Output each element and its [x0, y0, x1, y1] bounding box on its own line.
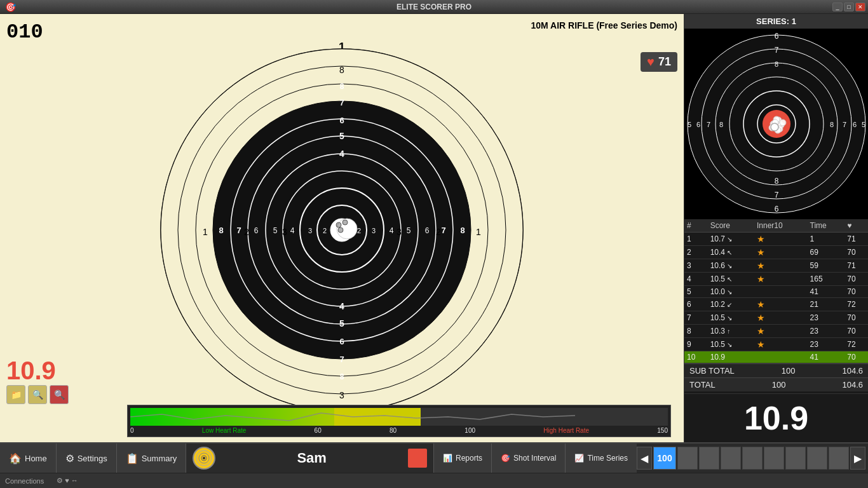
shot-interval-button[interactable]: 🎯 Shot Interval [491, 444, 565, 473]
cell-num: 4 [684, 273, 708, 286]
target-area: 010 10M AIR RIFLE (Free Series Demo) ♥ 7… [0, 14, 684, 442]
svg-text:6: 6 [775, 32, 779, 41]
nav-right-buttons: ◀ 100 ▶ [637, 447, 868, 470]
reports-button[interactable]: 📊 Reports [433, 444, 491, 473]
svg-text:8: 8 [830, 121, 834, 128]
svg-text:7: 7 [775, 46, 779, 55]
cell-num: 6 [684, 298, 708, 311]
cell-num: 9 [684, 338, 708, 351]
heartrate-bar: 0 Low Heart Rate 60 80 100 High Heart Ra… [127, 405, 671, 437]
cell-score: 10.2 ↙ [708, 298, 754, 311]
shot-interval-label: Shot Interval [513, 454, 556, 463]
svg-text:6: 6 [339, 116, 344, 125]
svg-text:8: 8 [219, 226, 223, 235]
stop-button[interactable] [408, 449, 427, 468]
svg-text:8: 8 [719, 121, 723, 128]
nav-btn-5[interactable] [764, 447, 784, 470]
score-topleft: 010 [6, 20, 43, 44]
time-series-icon: 📈 [574, 454, 584, 463]
reports-label: Reports [456, 454, 482, 463]
svg-text:6: 6 [696, 121, 700, 128]
svg-point-58 [338, 227, 343, 233]
col-heart: ♥ [844, 219, 868, 233]
nav-btn-8[interactable] [829, 447, 849, 470]
heart-icon: ♥ [647, 55, 654, 69]
nav-btn-2[interactable] [699, 447, 719, 470]
connections-label: Connections [5, 477, 44, 485]
svg-text:7: 7 [775, 191, 779, 200]
mini-target-svg: 6 7 8 8 7 6 5 6 7 8 5 6 7 8 10 [684, 29, 868, 219]
cell-inner10 [754, 351, 808, 363]
home-button[interactable]: 🏠 Home [0, 444, 57, 473]
svg-text:5: 5 [407, 226, 411, 235]
settings-button[interactable]: ⚙ Settings [57, 444, 117, 473]
nav-btn-3[interactable] [721, 447, 741, 470]
cell-score: 10.4 ↖ [708, 246, 754, 259]
cell-inner10: ★ [754, 273, 808, 286]
cell-time: 41 [808, 286, 845, 298]
hr-low-label: Low Heart Rate [202, 427, 246, 434]
cell-score: 10.3 ↑ [708, 325, 754, 338]
cell-inner10: ★ [754, 233, 808, 246]
target-icon-svg [195, 449, 213, 467]
svg-point-57 [342, 220, 348, 225]
close-button[interactable]: ✕ [855, 3, 865, 11]
cell-score: 10.7 ↘ [708, 233, 754, 246]
col-inner10: Inner10 [754, 219, 808, 233]
nav-btn-6[interactable] [785, 447, 806, 470]
cell-time: 23 [808, 311, 845, 325]
nav-btn-7[interactable] [807, 447, 827, 470]
cell-time: 21 [808, 298, 845, 311]
total-row: TOTAL 100 104.6 [684, 377, 868, 391]
nav-btn-4[interactable] [742, 447, 763, 470]
subtotal-row: SUB TOTAL 100 104.6 [684, 363, 868, 377]
zoom-out-icon-btn[interactable]: 🔍 [50, 385, 69, 404]
cell-time: 59 [808, 259, 845, 273]
svg-text:4: 4 [290, 226, 295, 235]
svg-point-95 [203, 457, 205, 459]
time-series-button[interactable]: 📈 Time Series [565, 444, 637, 473]
table-row: 8 10.3 ↑ ★ 23 70 [684, 325, 868, 338]
svg-text:6: 6 [775, 205, 779, 214]
svg-text:5: 5 [339, 131, 344, 141]
svg-text:2: 2 [357, 227, 361, 234]
cell-inner10: ★ [754, 259, 808, 273]
reports-icon: 📊 [443, 454, 452, 463]
player-name: Sam [297, 450, 326, 466]
cell-score: 10.6 ↘ [708, 259, 754, 273]
svg-text:3: 3 [372, 227, 376, 234]
target-bottom-icons: 📁 🔍 🔍 [6, 385, 69, 404]
cell-heart: 70 [844, 246, 868, 259]
summary-button[interactable]: 📋 Summary [117, 444, 187, 473]
app-icon: 🎯 [5, 2, 16, 12]
subtotal-score: 104.6 [842, 366, 863, 376]
subtotal-label: SUB TOTAL [689, 366, 735, 376]
svg-text:3: 3 [282, 227, 287, 237]
target-svg: 1 2 3 4 [145, 33, 539, 427]
cell-inner10: ★ [754, 298, 808, 311]
table-row: 6 10.2 ↙ ★ 21 72 [684, 298, 868, 311]
nav-number-display[interactable]: 100 [653, 447, 676, 470]
svg-text:6: 6 [425, 226, 430, 235]
cell-score: 10.5 ↘ [708, 338, 754, 351]
hr-labels: 0 Low Heart Rate 60 80 100 High Heart Ra… [130, 427, 668, 434]
table-row: 3 10.6 ↘ ★ 59 71 [684, 259, 868, 273]
cell-heart: 71 [844, 233, 868, 246]
minimize-button[interactable]: _ [832, 3, 843, 11]
nav-prev-button[interactable]: ◀ [637, 447, 652, 470]
svg-point-90 [780, 119, 786, 126]
cell-heart: 71 [844, 259, 868, 273]
maximize-button[interactable]: □ [844, 3, 854, 11]
svg-text:1: 1 [203, 227, 208, 237]
heartrate-track [130, 408, 668, 426]
heart-score-display: ♥ 71 [641, 52, 677, 72]
cell-heart: 70 [844, 351, 868, 363]
home-label: Home [25, 454, 47, 463]
nav-next-button[interactable]: ▶ [850, 447, 865, 470]
cell-num: 1 [684, 233, 708, 246]
nav-btn-1[interactable] [677, 447, 698, 470]
shot-interval-icon: 🎯 [501, 454, 510, 463]
folder-icon-btn[interactable]: 📁 [6, 385, 25, 404]
zoom-in-icon-btn[interactable]: 🔍 [28, 385, 47, 404]
main-container: 010 10M AIR RIFLE (Free Series Demo) ♥ 7… [0, 14, 868, 488]
